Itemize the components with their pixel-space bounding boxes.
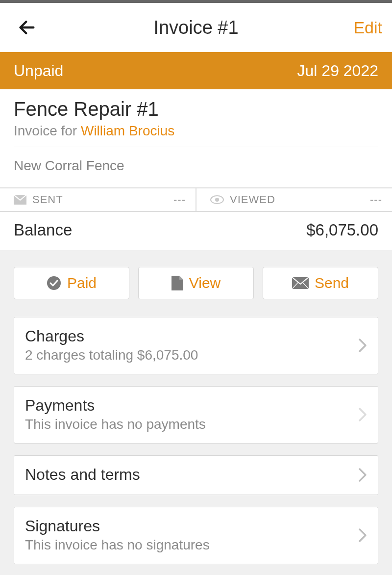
status-date: Jul 29 2022	[297, 62, 378, 80]
edit-button[interactable]: Edit	[353, 18, 382, 37]
chevron-right-icon	[358, 528, 367, 543]
page-title: Invoice #1	[0, 17, 392, 38]
chevron-right-icon	[358, 468, 367, 482]
back-button[interactable]	[15, 15, 39, 40]
job-description: New Corral Fence	[0, 147, 392, 187]
notes-card[interactable]: Notes and terms	[14, 455, 378, 495]
svg-point-3	[215, 198, 219, 202]
action-buttons: Paid View Send	[0, 250, 392, 313]
notes-title: Notes and terms	[25, 466, 358, 484]
job-header: Fence Repair #1 Invoice for William Broc…	[0, 89, 392, 147]
sent-cell: SENT ---	[0, 188, 196, 211]
sent-viewed-row: SENT --- VIEWED ---	[0, 187, 392, 212]
check-circle-icon	[47, 276, 61, 290]
section-cards: Charges 2 charges totaling $6,075.00 Pay…	[0, 313, 392, 564]
paid-label: Paid	[67, 275, 97, 291]
chevron-right-icon	[358, 407, 367, 422]
signatures-card[interactable]: Signatures This invoice has no signature…	[14, 507, 378, 564]
job-title: Fence Repair #1	[14, 98, 378, 120]
payments-subtitle: This invoice has no payments	[25, 417, 358, 432]
signatures-subtitle: This invoice has no signatures	[25, 537, 358, 553]
send-label: Send	[315, 275, 349, 291]
sent-value: ---	[173, 193, 186, 206]
header: Invoice #1 Edit	[0, 3, 392, 52]
client-name-link[interactable]: William Brocius	[81, 123, 174, 138]
signatures-title: Signatures	[25, 517, 358, 535]
charges-card[interactable]: Charges 2 charges totaling $6,075.00	[14, 317, 378, 374]
viewed-label: VIEWED	[230, 193, 275, 206]
view-label: View	[189, 275, 220, 291]
invoice-for-label: Invoice for	[14, 123, 81, 138]
viewed-cell: VIEWED ---	[196, 188, 392, 211]
balance-amount: $6,075.00	[306, 221, 378, 239]
envelope-icon	[292, 277, 309, 289]
svg-point-4	[47, 276, 61, 290]
mail-icon	[14, 195, 26, 205]
sent-label: SENT	[32, 193, 63, 206]
back-arrow-icon	[17, 18, 37, 37]
status-state: Unpaid	[14, 62, 63, 80]
chevron-right-icon	[358, 338, 367, 353]
balance-label: Balance	[14, 221, 72, 239]
charges-subtitle: 2 charges totaling $6,075.00	[25, 347, 358, 363]
eye-icon	[210, 195, 224, 204]
viewed-value: ---	[370, 193, 382, 206]
paid-button[interactable]: Paid	[14, 267, 129, 299]
job-subtitle: Invoice for William Brocius	[14, 123, 378, 139]
payments-title: Payments	[25, 396, 358, 415]
status-bar: Unpaid Jul 29 2022	[0, 52, 392, 89]
document-icon	[172, 276, 183, 290]
payments-card[interactable]: Payments This invoice has no payments	[14, 386, 378, 444]
view-button[interactable]: View	[138, 267, 254, 299]
charges-title: Charges	[25, 327, 358, 345]
balance-row: Balance $6,075.00	[0, 212, 392, 250]
send-button[interactable]: Send	[263, 267, 378, 299]
